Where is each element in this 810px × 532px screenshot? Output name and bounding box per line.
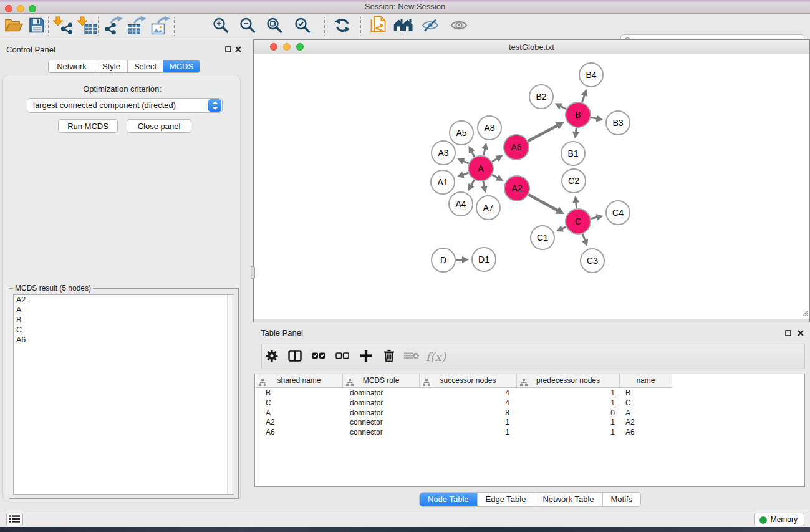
graph-edge-A-A2[interactable] <box>492 175 498 178</box>
close-panel-icon[interactable] <box>235 45 241 54</box>
graph-node-C4[interactable]: C4 <box>606 201 630 225</box>
import-network-button[interactable] <box>53 16 73 36</box>
tab-style[interactable]: Style <box>95 60 127 72</box>
graph-node-C[interactable]: C <box>566 209 591 234</box>
network-graph[interactable]: B4B2BB3A8A5A6A3B1AC2A1A2A4A7C4CC1C3DD1 <box>254 54 809 319</box>
float-panel-icon[interactable] <box>225 45 231 54</box>
export-network-button[interactable] <box>105 16 123 37</box>
mcds-result-item[interactable]: A2 <box>14 295 234 305</box>
tab-network[interactable]: Network <box>49 60 95 72</box>
column-header-predecessor-nodes[interactable]: predecessor nodes <box>517 374 620 388</box>
graph-edge-B-B3[interactable] <box>591 117 597 118</box>
mcds-result-item[interactable]: B <box>14 315 234 325</box>
tab-node-table[interactable]: Node Table <box>420 493 477 506</box>
graph-edge-B-B1[interactable] <box>576 128 576 132</box>
run-mcds-button[interactable]: Run MCDS <box>58 119 118 133</box>
graph-node-A5[interactable]: A5 <box>450 121 473 145</box>
zoom-in-button[interactable] <box>213 17 229 36</box>
network-from-selection-button[interactable] <box>370 16 387 36</box>
memory-button[interactable]: Memory <box>754 513 804 526</box>
criterion-dropdown[interactable]: largest connected component (directed) <box>27 98 223 113</box>
tab-edge-table[interactable]: Edge Table <box>477 493 534 506</box>
graph-node-A2[interactable]: A2 <box>504 176 529 201</box>
home-views-button[interactable] <box>394 18 413 35</box>
graph-node-A4[interactable]: A4 <box>449 192 473 216</box>
graph-node-B4[interactable]: B4 <box>579 63 603 87</box>
tab-select[interactable]: Select <box>127 60 163 72</box>
float-table-panel-icon[interactable] <box>785 329 791 338</box>
graph-node-B3[interactable]: B3 <box>606 111 630 135</box>
column-header-name[interactable]: name <box>620 374 672 388</box>
graph-node-A6[interactable]: A6 <box>504 135 529 160</box>
select-all-columns-button[interactable] <box>312 351 325 362</box>
graph-node-D[interactable]: D <box>432 248 455 272</box>
graph-edge-B-B2[interactable] <box>561 106 567 109</box>
mcds-result-list[interactable]: A2ABCA6 <box>13 294 234 495</box>
graph-edge-A2-C[interactable] <box>528 195 557 210</box>
refresh-layout-button[interactable] <box>334 17 351 36</box>
mcds-result-item[interactable]: A6 <box>14 335 234 345</box>
graph-node-A7[interactable]: A7 <box>476 196 500 220</box>
graph-edge-A-A3[interactable] <box>463 161 468 163</box>
zoom-out-button[interactable] <box>239 17 256 36</box>
graph-edge-A-A1[interactable] <box>463 173 468 175</box>
column-header-MCDS-role[interactable]: MCDS role <box>343 374 420 388</box>
graph-node-D1[interactable]: D1 <box>472 248 496 271</box>
split-columns-button[interactable] <box>288 350 302 364</box>
graph-node-B2[interactable]: B2 <box>529 85 553 109</box>
save-session-button[interactable] <box>29 17 45 36</box>
graph-edge-C-C4[interactable] <box>591 217 597 218</box>
task-history-button[interactable] <box>6 513 23 526</box>
add-column-button[interactable] <box>360 350 372 364</box>
table-row[interactable]: Cdominator41C <box>256 399 804 409</box>
panel-divider-handle[interactable] <box>251 266 255 279</box>
open-session-button[interactable] <box>4 18 23 35</box>
graph-edge-A-A8[interactable] <box>483 148 485 155</box>
mcds-result-item[interactable]: C <box>14 325 234 335</box>
graph-node-C3[interactable]: C3 <box>581 249 604 273</box>
table-row[interactable]: Bdominator41B <box>256 389 804 399</box>
mcds-result-item[interactable]: A <box>14 305 234 315</box>
graph-edge-A-A4[interactable] <box>471 180 475 185</box>
table-settings-button[interactable] <box>266 349 279 364</box>
delete-column-button[interactable] <box>383 349 395 364</box>
close-table-panel-icon[interactable] <box>798 329 804 338</box>
tab-motifs[interactable]: Motifs <box>602 493 641 506</box>
graph-node-A8[interactable]: A8 <box>478 116 501 140</box>
export-image-button[interactable] <box>152 16 171 37</box>
graph-node-A[interactable]: A <box>468 156 493 181</box>
graph-edge-A-A7[interactable] <box>483 181 485 187</box>
column-header-shared-name[interactable]: shared name <box>256 374 343 388</box>
close-panel-button[interactable]: Close panel <box>127 119 191 133</box>
graph-edge-C-C1[interactable] <box>562 227 566 229</box>
result-scrollbar[interactable] <box>227 295 234 494</box>
deselect-all-columns-button[interactable] <box>335 351 349 362</box>
tab-network-table[interactable]: Network Table <box>534 493 602 506</box>
column-header-successor-nodes[interactable]: successor nodes <box>420 374 517 388</box>
resize-grip-icon[interactable] <box>801 307 809 319</box>
graph-edge-C-C3[interactable] <box>582 234 585 241</box>
network-window-titlebar[interactable]: testGlobe.txt <box>254 40 809 54</box>
table-row[interactable]: A6connector11A6 <box>256 428 804 438</box>
table-row[interactable]: Adominator80A <box>256 409 804 418</box>
graph-edge-A-A6[interactable] <box>492 158 498 162</box>
network-canvas[interactable]: B4B2BB3A8A5A6A3B1AC2A1A2A4A7C4CC1C3DD1 <box>254 54 809 319</box>
graph-node-B1[interactable]: B1 <box>561 142 585 165</box>
graph-node-A1[interactable]: A1 <box>431 170 455 194</box>
show-details-button[interactable] <box>450 19 468 34</box>
graph-edge-B-B4[interactable] <box>582 95 585 102</box>
graph-node-C1[interactable]: C1 <box>531 226 554 249</box>
export-table-button[interactable] <box>128 16 147 37</box>
graph-edge-A6-B[interactable] <box>528 125 558 141</box>
zoom-selected-button[interactable] <box>294 17 311 36</box>
table-row[interactable]: A2connector11A2 <box>256 418 804 428</box>
graph-edge-C-C2[interactable] <box>576 202 577 208</box>
hide-details-button[interactable] <box>422 19 439 34</box>
tab-mcds[interactable]: MCDS <box>163 60 200 72</box>
zoom-fit-button[interactable] <box>266 17 283 36</box>
graph-node-A3[interactable]: A3 <box>432 141 455 165</box>
graph-node-C2[interactable]: C2 <box>562 169 586 193</box>
graph-edge-A-A5[interactable] <box>471 152 475 157</box>
graph-node-B[interactable]: B <box>566 102 591 127</box>
import-table-button[interactable] <box>77 16 97 36</box>
